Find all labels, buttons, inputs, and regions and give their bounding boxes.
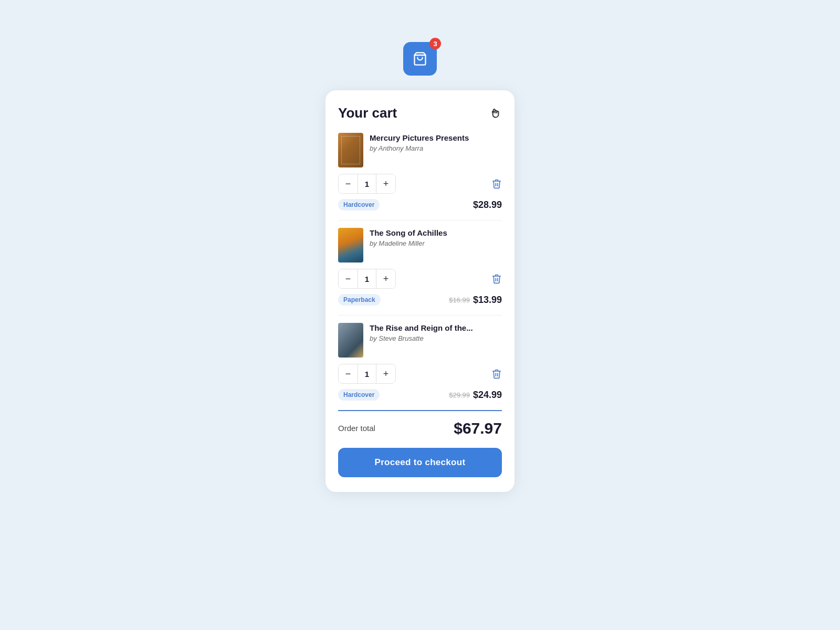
format-badge-achilles: Paperback bbox=[338, 294, 381, 306]
minus-icon-rise: − bbox=[345, 369, 351, 380]
book-info-mercury: Mercury Pictures Presents by Anthony Mar… bbox=[338, 133, 502, 167]
trash-icon-mercury bbox=[491, 178, 502, 189]
price-row-rise: Hardcover $29.99 $24.99 bbox=[338, 389, 502, 401]
price-area-achilles: $16.99 $13.99 bbox=[449, 295, 502, 306]
separator-2 bbox=[338, 315, 502, 316]
book-info-achilles: The Song of Achilles by Madeline Miller bbox=[338, 228, 502, 262]
separator-1 bbox=[338, 220, 502, 220]
order-total-label: Order total bbox=[338, 424, 375, 433]
minus-icon-achilles: − bbox=[345, 274, 351, 285]
price-original-rise: $29.99 bbox=[449, 391, 470, 399]
cart-icon-container: 3 bbox=[403, 42, 437, 76]
qty-increase-mercury[interactable]: + bbox=[376, 174, 395, 193]
quantity-row-achilles: − 1 + bbox=[338, 269, 502, 289]
price-row-achilles: Paperback $16.99 $13.99 bbox=[338, 294, 502, 306]
cart-item-mercury: Mercury Pictures Presents by Anthony Mar… bbox=[338, 133, 502, 211]
order-total-value: $67.97 bbox=[454, 419, 502, 437]
order-total-row: Order total $67.97 bbox=[338, 419, 502, 437]
price-original-achilles: $16.99 bbox=[449, 296, 470, 304]
book-author-rise: by Steve Brusatte bbox=[370, 334, 473, 342]
order-divider bbox=[338, 410, 502, 411]
cart-title: Your cart bbox=[338, 105, 397, 121]
quantity-row-rise: − 1 + bbox=[338, 364, 502, 384]
qty-value-mercury: 1 bbox=[358, 174, 376, 193]
qty-value-rise: 1 bbox=[358, 364, 376, 383]
book-text-achilles: The Song of Achilles by Madeline Miller bbox=[370, 228, 447, 247]
edit-hand-icon bbox=[488, 107, 502, 120]
price-area-rise: $29.99 $24.99 bbox=[449, 390, 502, 401]
qty-controls-achilles: − 1 + bbox=[338, 269, 396, 289]
cart-header: Your cart bbox=[338, 105, 502, 121]
book-text-rise: The Rise and Reign of the... by Steve Br… bbox=[370, 323, 473, 342]
book-cover-rise bbox=[338, 323, 363, 358]
cart-icon bbox=[413, 51, 427, 66]
price-current-mercury: $28.99 bbox=[473, 200, 502, 211]
qty-decrease-mercury[interactable]: − bbox=[339, 174, 358, 193]
format-badge-mercury: Hardcover bbox=[338, 199, 380, 211]
book-title-rise: The Rise and Reign of the... bbox=[370, 323, 473, 333]
cart-card: Your cart Mercury Pictures Presents by A… bbox=[326, 90, 514, 492]
qty-increase-achilles[interactable]: + bbox=[376, 269, 395, 288]
book-title-mercury: Mercury Pictures Presents bbox=[370, 133, 469, 143]
price-current-achilles: $13.99 bbox=[473, 295, 502, 306]
trash-icon-rise bbox=[491, 369, 502, 379]
book-author-mercury: by Anthony Marra bbox=[370, 144, 469, 152]
book-cover-achilles bbox=[338, 228, 363, 262]
checkout-button[interactable]: Proceed to checkout bbox=[338, 448, 502, 477]
book-info-rise: The Rise and Reign of the... by Steve Br… bbox=[338, 323, 502, 358]
book-text-mercury: Mercury Pictures Presents by Anthony Mar… bbox=[370, 133, 469, 152]
qty-controls-rise: − 1 + bbox=[338, 364, 396, 384]
edit-icon-button[interactable] bbox=[488, 107, 502, 120]
qty-increase-rise[interactable]: + bbox=[376, 364, 395, 383]
cart-item-rise: The Rise and Reign of the... by Steve Br… bbox=[338, 323, 502, 401]
trash-icon-achilles bbox=[491, 274, 502, 284]
delete-btn-rise[interactable] bbox=[491, 369, 502, 379]
book-author-achilles: by Madeline Miller bbox=[370, 239, 447, 247]
cart-item-achilles: The Song of Achilles by Madeline Miller … bbox=[338, 228, 502, 306]
plus-icon-rise: + bbox=[383, 369, 389, 380]
qty-decrease-rise[interactable]: − bbox=[339, 364, 358, 383]
plus-icon-mercury: + bbox=[383, 178, 389, 190]
quantity-row-mercury: − 1 + bbox=[338, 174, 502, 194]
format-badge-rise: Hardcover bbox=[338, 389, 380, 401]
price-row-mercury: Hardcover $28.99 bbox=[338, 199, 502, 211]
qty-decrease-achilles[interactable]: − bbox=[339, 269, 358, 288]
book-title-achilles: The Song of Achilles bbox=[370, 228, 447, 238]
price-current-rise: $24.99 bbox=[473, 390, 502, 401]
delete-btn-achilles[interactable] bbox=[491, 274, 502, 284]
book-cover-mercury bbox=[338, 133, 363, 167]
price-area-mercury: $28.99 bbox=[473, 200, 502, 211]
cart-badge-count: 3 bbox=[429, 38, 441, 49]
plus-icon-achilles: + bbox=[383, 274, 389, 285]
delete-btn-mercury[interactable] bbox=[491, 178, 502, 189]
qty-value-achilles: 1 bbox=[358, 269, 376, 288]
minus-icon-mercury: − bbox=[345, 178, 351, 190]
qty-controls-mercury: − 1 + bbox=[338, 174, 396, 194]
